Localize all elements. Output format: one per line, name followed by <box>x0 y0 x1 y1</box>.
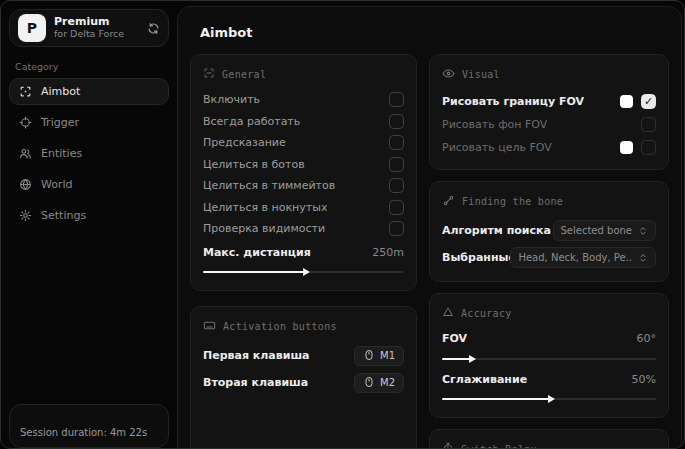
sidebar: P Premium for Delta Force Category Aimbo… <box>1 1 177 448</box>
general-header: General <box>203 67 404 81</box>
control-group: ✓ <box>620 94 656 109</box>
switch-delay-header-label: Switch Delay <box>461 444 537 449</box>
session-duration: Session duration: 4m 22s <box>20 427 158 438</box>
brand-title: Premium <box>54 16 139 29</box>
mouse-icon <box>363 376 375 390</box>
mouse-icon <box>363 349 375 363</box>
keybind-row: Вторая клавиша M2 <box>203 369 404 396</box>
max-distance-slider[interactable] <box>203 266 404 278</box>
keybind-button-m1[interactable]: M1 <box>354 346 404 366</box>
setting-row: Проверка видимости <box>203 218 404 240</box>
checkbox[interactable] <box>641 140 656 155</box>
sidebar-item-trigger[interactable]: Trigger <box>9 109 169 136</box>
session-card: Session duration: 4m 22s <box>9 404 169 448</box>
switch-delay-header: Switch Delay <box>442 442 656 449</box>
setting-row: Рисовать границу FOV ✓ <box>442 90 656 113</box>
select-row: Алгоритм поиска костей Selected bone <box>442 217 656 244</box>
bone-icon <box>442 194 455 209</box>
sidebar-item-label: World <box>41 178 73 191</box>
bone-header-label: Finding the bone <box>462 196 563 207</box>
fov-slider[interactable] <box>442 353 656 365</box>
visual-header-label: Visual <box>462 69 500 80</box>
visual-header: Visual <box>442 67 656 82</box>
bone-card: Finding the bone Алгоритм поиска костей … <box>429 181 669 282</box>
keybind-button-m2[interactable]: M2 <box>354 373 404 393</box>
setting-label: Рисовать цель FOV <box>442 141 552 154</box>
slider-fill[interactable] <box>203 271 304 273</box>
scan-icon <box>203 67 215 81</box>
sidebar-item-label: Aimbot <box>41 85 80 98</box>
color-swatch[interactable] <box>620 141 633 154</box>
sidebar-item-settings[interactable]: Settings <box>9 202 169 229</box>
setting-label: Целиться в нокнутых <box>203 201 327 214</box>
slider-label: FOV <box>442 332 467 345</box>
color-swatch[interactable] <box>620 95 633 108</box>
trigger-icon <box>19 116 32 129</box>
sidebar-item-label: Trigger <box>41 116 79 129</box>
aimbot-icon <box>19 85 32 98</box>
unfold-icon <box>638 253 648 263</box>
sync-icon[interactable] <box>147 22 160 35</box>
bone-algorithm-select[interactable]: Selected bone <box>553 220 656 241</box>
setting-label: Рисовать фон FOV <box>442 118 547 131</box>
activation-card: Activation buttons Первая клавиша M1 Вто… <box>190 306 417 449</box>
sidebar-item-label: Entities <box>41 147 82 160</box>
setting-label: Целиться в ботов <box>203 158 305 171</box>
stopwatch-icon <box>442 442 454 449</box>
checkbox[interactable] <box>389 114 404 129</box>
setting-row: Целиться в тиммейтов <box>203 175 404 197</box>
sidebar-item-label: Settings <box>41 209 86 222</box>
slider-fill[interactable] <box>442 358 470 360</box>
selected-bones-select[interactable]: Head, Neck, Body, Pe.. <box>510 247 656 268</box>
setting-label: Всегда работать <box>203 115 300 128</box>
activation-header: Activation buttons <box>203 319 404 334</box>
slider-label: Макс. дистанция <box>203 246 311 259</box>
setting-label: Рисовать границу FOV <box>442 95 584 108</box>
column-left: General Включить Всегда работать Предска… <box>190 54 417 449</box>
checkbox[interactable] <box>389 157 404 172</box>
main-panel: Aimbot General Включить <box>177 6 682 449</box>
keybind-row: Первая клавиша M1 <box>203 342 404 369</box>
slider-fill[interactable] <box>442 398 549 400</box>
triangle-icon <box>442 306 454 320</box>
setting-row: Предсказание <box>203 132 404 154</box>
checkbox[interactable] <box>641 117 656 132</box>
sidebar-item-entities[interactable]: Entities <box>9 140 169 167</box>
activation-header-label: Activation buttons <box>223 321 337 332</box>
slider-label: Сглаживание <box>442 373 527 386</box>
world-icon <box>19 178 32 191</box>
slider-value: 50% <box>632 373 656 386</box>
checkbox[interactable] <box>389 135 404 150</box>
slider-row: Сглаживание 50% <box>442 369 656 391</box>
checkbox-checked[interactable]: ✓ <box>641 94 656 109</box>
checkbox[interactable] <box>389 221 404 236</box>
unfold-icon <box>638 226 648 236</box>
checkbox[interactable] <box>389 200 404 215</box>
smoothing-slider[interactable] <box>442 393 656 405</box>
setting-row: Включить <box>203 89 404 111</box>
setting-row: Целиться в ботов <box>203 154 404 176</box>
switch-delay-card: Switch Delay Задержка переключения Задер… <box>429 429 669 449</box>
slider-row: FOV 60° <box>442 328 656 350</box>
accuracy-card: Accuracy FOV 60° Сглаживание 50% <box>429 293 669 418</box>
app-logo: P <box>18 14 46 42</box>
select-row: Выбранные кости Head, Neck, Body, Pe.. <box>442 244 656 271</box>
category-label: Category <box>15 61 169 72</box>
setting-label: Целиться в тиммейтов <box>203 179 335 192</box>
slider-value: 250m <box>372 246 404 259</box>
visual-card: Visual Рисовать границу FOV ✓ Рисовать ф… <box>429 54 669 170</box>
keyboard-icon <box>203 319 216 334</box>
sidebar-item-world[interactable]: World <box>9 171 169 198</box>
keybind-label: Первая клавиша <box>203 349 310 362</box>
app-window: P Premium for Delta Force Category Aimbo… <box>0 0 685 449</box>
accuracy-header-label: Accuracy <box>461 308 512 319</box>
brand-subtitle: for Delta Force <box>54 29 139 40</box>
checkbox[interactable] <box>389 92 404 107</box>
checkbox[interactable] <box>389 178 404 193</box>
sidebar-item-aimbot[interactable]: Aimbot <box>9 78 169 105</box>
page-title: Aimbot <box>200 25 669 40</box>
general-header-label: General <box>222 69 266 80</box>
eye-icon <box>442 67 455 82</box>
brand-text: Premium for Delta Force <box>54 16 139 40</box>
sidebar-spacer <box>9 229 169 404</box>
